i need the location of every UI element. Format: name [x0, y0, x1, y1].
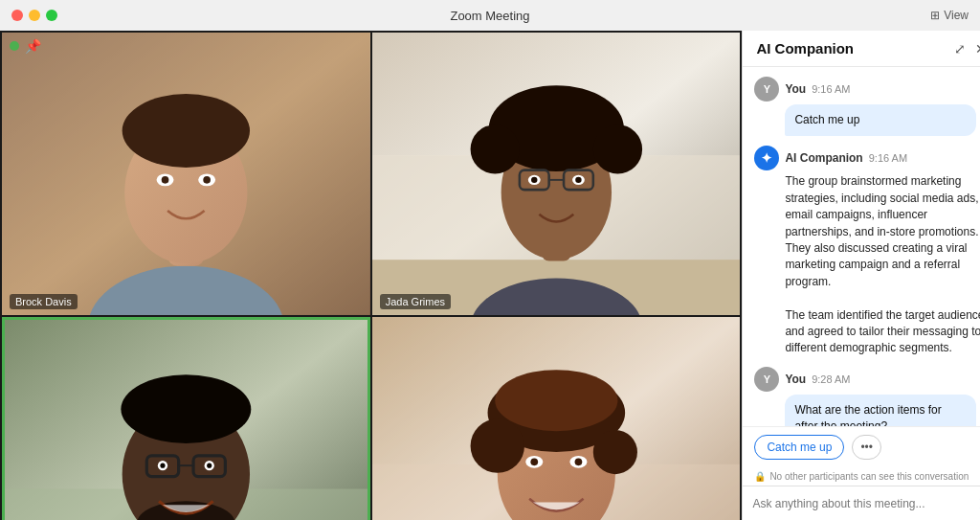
video-grid: Brock Davis	[0, 31, 742, 520]
message-2: ✦ AI Companion 9:16 AM The group brainst…	[754, 146, 980, 356]
minimize-button[interactable]	[29, 10, 40, 21]
svg-point-39	[207, 463, 212, 468]
chat-messages: Y You 9:16 AM Catch me up ✦ AI Companion…	[743, 67, 980, 426]
expand-icon[interactable]: ⤢	[954, 41, 966, 57]
msg-sender-1: You	[785, 82, 806, 96]
more-options-button[interactable]: •••	[852, 435, 881, 460]
svg-point-9	[203, 176, 211, 184]
svg-point-31	[121, 374, 251, 443]
svg-point-24	[531, 177, 537, 183]
message-3: Y You 9:28 AM What are the action items …	[754, 367, 980, 426]
svg-point-18	[592, 124, 641, 173]
participant-video-macy	[372, 317, 741, 520]
participant-label-brock: Brock Davis	[10, 294, 78, 309]
status-indicator	[10, 41, 19, 51]
svg-point-53	[574, 458, 582, 465]
privacy-note: 🔒 No other participants can see this con…	[743, 467, 980, 486]
window-title: Zoom Meeting	[450, 9, 529, 23]
user-avatar-3: Y	[754, 367, 779, 392]
msg-meta-3: Y You 9:28 AM	[754, 367, 980, 392]
ai-chat-input[interactable]	[752, 497, 972, 510]
close-button[interactable]	[11, 10, 23, 21]
video-tile-antwan: Antwan Cannon	[2, 317, 370, 520]
ai-star-icon: ✦	[761, 150, 772, 166]
main-content: 📌	[0, 31, 980, 520]
catch-up-button[interactable]: Catch me up	[754, 435, 844, 460]
pin-icon: 📌	[25, 38, 41, 54]
svg-point-47	[470, 418, 523, 472]
participant-label-jada: Jada Grimes	[380, 294, 451, 309]
video-tile-brock: Brock Davis	[2, 33, 370, 315]
user-avatar-1: Y	[754, 77, 779, 102]
msg-time-2: 9:16 AM	[869, 152, 907, 164]
msg-sender-3: You	[785, 373, 806, 386]
title-bar: Zoom Meeting ⊞ View	[0, 0, 980, 31]
video-top-controls: 📌	[10, 38, 41, 54]
svg-point-5	[122, 94, 250, 168]
video-tile-jada: Jada Grimes	[372, 33, 741, 315]
svg-point-52	[530, 458, 538, 465]
msg-sender-2: AI Companion	[785, 151, 862, 165]
svg-point-49	[495, 370, 617, 431]
msg-time-3: 9:28 AM	[812, 373, 850, 385]
svg-point-25	[575, 177, 581, 183]
msg-bubble-1: Catch me up	[785, 104, 976, 136]
svg-point-48	[592, 430, 636, 474]
participant-video-brock	[2, 33, 370, 315]
participant-video-jada	[372, 33, 741, 315]
video-area: 📌	[0, 31, 742, 520]
ai-actions-bar: Catch me up •••	[743, 426, 980, 467]
participant-video-antwan	[2, 317, 370, 520]
privacy-icon: 🔒	[754, 471, 766, 482]
view-button[interactable]: ⊞ View	[930, 9, 969, 22]
msg-bubble-2: The group brainstormed marketing strateg…	[785, 173, 980, 356]
svg-point-17	[470, 124, 519, 173]
ai-panel-actions: ⤢ ✕	[954, 41, 980, 57]
ai-avatar-2: ✦	[754, 146, 779, 170]
msg-bubble-3: What are the action items for after the …	[785, 395, 976, 426]
msg-meta-2: ✦ AI Companion 9:16 AM	[754, 146, 980, 170]
ai-companion-panel: AI Companion ⤢ ✕ Y You 9:16 AM Catch me …	[742, 31, 980, 520]
ai-panel-title: AI Companion	[756, 40, 854, 57]
close-panel-icon[interactable]: ✕	[975, 41, 980, 57]
window-controls[interactable]	[11, 10, 57, 21]
grid-icon: ⊞	[930, 9, 940, 22]
message-1: Y You 9:16 AM Catch me up	[754, 77, 980, 136]
svg-point-38	[160, 463, 165, 468]
msg-meta-1: Y You 9:16 AM	[754, 77, 980, 102]
video-tile-macy: Macy Halloway	[372, 317, 741, 520]
svg-point-8	[162, 176, 169, 184]
maximize-button[interactable]	[46, 10, 57, 21]
ai-input-area: ➤	[743, 486, 980, 520]
msg-time-1: 9:16 AM	[812, 83, 850, 95]
ai-panel-header: AI Companion ⤢ ✕	[743, 31, 980, 67]
